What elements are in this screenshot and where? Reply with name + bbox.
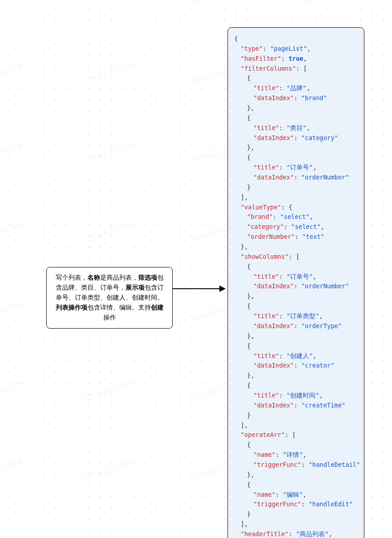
json-punct: :	[279, 392, 286, 399]
code-line: },	[234, 291, 357, 301]
json-punct: :	[294, 362, 301, 369]
json-punct: :	[279, 312, 286, 320]
json-punct: {	[234, 35, 238, 42]
json-string: "类目"	[286, 124, 306, 131]
json-string: "详情"	[283, 451, 303, 458]
json-punct: {	[247, 74, 251, 82]
json-key: "name"	[253, 491, 276, 498]
json-string: "orderNumber"	[301, 282, 349, 290]
json-string: "pageList"	[270, 45, 307, 52]
json-string: "商品列表"	[296, 530, 329, 538]
json-string: "订单号"	[286, 164, 313, 171]
code-line: "dataIndex": "brand"	[234, 93, 357, 103]
json-string: "订单号"	[286, 273, 313, 280]
json-key: "title"	[253, 273, 279, 280]
code-line: },	[234, 242, 357, 252]
json-punct: {	[247, 481, 251, 488]
code-line: {	[234, 113, 357, 123]
json-key: "dataIndex"	[253, 134, 294, 141]
json-punct: :	[294, 322, 301, 330]
json-key: "valueType"	[241, 204, 281, 211]
json-punct: ,	[310, 213, 313, 220]
json-punct: ,	[319, 312, 323, 320]
json-key: "title"	[253, 84, 279, 92]
json-string: "brand"	[301, 94, 327, 102]
json-punct: :	[276, 451, 283, 458]
json-punct: ,	[313, 273, 316, 280]
code-line: "name": "详情",	[234, 450, 357, 460]
code-line: "dataIndex": "orderNumber"	[234, 173, 357, 183]
json-punct: :	[276, 491, 283, 498]
json-punct: ,	[306, 124, 310, 131]
json-string: "创建人"	[286, 352, 313, 359]
code-line: }	[234, 509, 357, 519]
code-line: "dataIndex": "orderNumber"	[234, 281, 357, 291]
json-punct: ,	[303, 55, 307, 62]
arrow-line	[173, 288, 221, 289]
json-punct: {	[247, 441, 251, 448]
code-line: "type": "pageList",	[234, 44, 357, 54]
prompt-bold-segment: 创建	[151, 304, 164, 311]
code-line: "name": "编辑",	[234, 490, 357, 500]
code-line: {	[234, 480, 357, 490]
json-string: "select"	[291, 223, 321, 230]
prompt-text: 写个列表，名称是商品列表，筛选项包含品牌、类目、订单号，展示项包含订单号、订单类…	[56, 274, 164, 321]
json-key: "headerTitle"	[241, 530, 289, 538]
json-string: "select"	[280, 213, 310, 220]
json-string: "orderNumber"	[301, 174, 349, 181]
json-punct: :	[295, 233, 302, 240]
code-line: "triggerFunc": "handleEdit"	[234, 499, 357, 509]
json-punct: :	[279, 273, 286, 280]
json-punct: ,	[303, 491, 306, 498]
code-line: "title": "订单号",	[234, 272, 357, 282]
json-punct: {	[247, 382, 251, 389]
code-line: "triggerFunc": "handleDetail"	[234, 460, 357, 470]
json-punct: }	[247, 510, 251, 518]
prompt-bold-segment: 列表操作项	[56, 304, 87, 311]
json-punct: :	[301, 500, 309, 508]
json-punct: : [	[296, 65, 307, 72]
json-punct: {	[247, 114, 251, 121]
json-punct: {	[247, 154, 251, 161]
code-line: "title": "创建时间",	[234, 391, 357, 401]
code-line: "title": "类目",	[234, 123, 357, 133]
prompt-text-segment: 操作	[103, 314, 116, 321]
code-line: "operateArr": [	[234, 430, 357, 440]
json-punct: :	[294, 94, 301, 102]
json-punct: },	[247, 471, 254, 478]
json-punct: ,	[329, 530, 332, 538]
json-string: "品牌"	[286, 84, 306, 92]
json-key: "dataIndex"	[253, 402, 294, 409]
code-line: }	[234, 183, 357, 193]
json-punct: },	[247, 372, 254, 379]
json-key: "dataIndex"	[253, 94, 294, 102]
prompt-text-segment: 是商品列表，	[100, 274, 138, 281]
code-line: },	[234, 371, 357, 381]
json-punct: ,	[307, 45, 310, 52]
json-punct: : [	[285, 431, 296, 438]
code-line: ],	[234, 193, 357, 203]
json-punct: :	[301, 461, 309, 468]
json-punct: : [	[289, 253, 300, 260]
json-punct: ],	[241, 520, 248, 528]
prompt-text-segment: 写个列表，	[56, 274, 87, 281]
json-punct: ,	[319, 392, 323, 399]
json-punct: }	[247, 412, 251, 419]
json-key: "title"	[253, 352, 279, 359]
json-key: "brand"	[247, 213, 273, 220]
json-punct: ,	[321, 223, 324, 230]
code-line: "filterColumns": [	[234, 64, 357, 74]
json-key: "triggerFunc"	[253, 500, 301, 508]
prompt-bold-segment: 展示项	[126, 284, 145, 291]
json-key: "title"	[253, 124, 279, 131]
code-line: "title": "品牌",	[234, 83, 357, 93]
json-punct: : {	[281, 204, 292, 211]
json-punct: :	[263, 45, 270, 52]
code-line: "hasFilter": true,	[234, 54, 357, 64]
code-line: "dataIndex": "creator"	[234, 361, 357, 371]
code-line: "valueType": {	[234, 203, 357, 213]
json-string: "handleEdit"	[309, 500, 353, 508]
json-key: "orderNumber"	[247, 233, 295, 240]
code-line: "headerTitle": "商品列表",	[234, 529, 357, 538]
code-line: },	[234, 470, 357, 480]
